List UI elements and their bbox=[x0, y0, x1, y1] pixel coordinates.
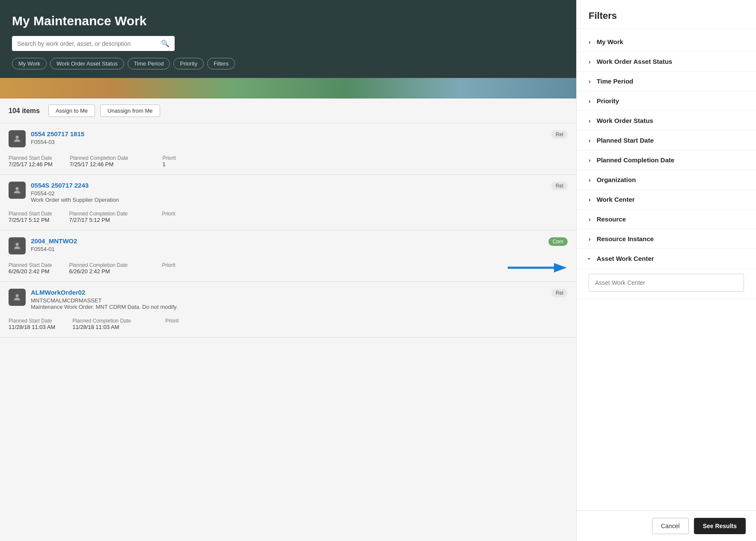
filter-label: Asset Work Center bbox=[597, 255, 654, 262]
filter-item-planned-start[interactable]: › Planned Start Date bbox=[577, 131, 756, 150]
planned-completion-value: 6/26/20 2:42 PM bbox=[69, 268, 128, 275]
work-item-title[interactable]: 2004_MNTWO2 bbox=[31, 237, 77, 245]
status-badge: Rel bbox=[551, 289, 568, 297]
unassign-from-me-button[interactable]: Unassign from Me bbox=[100, 105, 160, 117]
filter-item-work-center[interactable]: › Work Center bbox=[577, 190, 756, 209]
page-title: My Maintenance Work bbox=[12, 14, 564, 28]
chevron-right-icon: › bbox=[589, 78, 591, 85]
work-item-dates: Planned Start Date 7/25/17 5:12 PM Plann… bbox=[9, 211, 568, 223]
chevron-right-icon: › bbox=[589, 236, 591, 242]
filter-label: Planned Completion Date bbox=[597, 156, 675, 164]
filter-item-priority[interactable]: › Priority bbox=[577, 91, 756, 111]
planned-completion-value: 7/27/17 5:12 PM bbox=[69, 217, 128, 223]
filter-item-resource-instance[interactable]: › Resource Instance bbox=[577, 229, 756, 249]
svg-point-0 bbox=[15, 136, 18, 139]
table-row: ALMWorkOrder02 MNTSCMALMCDRMASSET Mainte… bbox=[0, 282, 576, 338]
filter-label: Work Center bbox=[597, 196, 635, 203]
chevron-right-icon: › bbox=[589, 216, 591, 223]
tab-priority[interactable]: Priority bbox=[173, 58, 203, 69]
filter-item-wo-status[interactable]: › Work Order Status bbox=[577, 111, 756, 131]
search-input[interactable] bbox=[17, 40, 161, 47]
filter-item-organization[interactable]: › Organization bbox=[577, 170, 756, 190]
planned-start-label: Planned Start Date bbox=[9, 318, 55, 324]
work-item-title[interactable]: ALMWorkOrder02 bbox=[31, 289, 85, 296]
filter-label: Priority bbox=[597, 97, 619, 105]
work-item-desc: Maintenance Work Order. MNT CDRM Data. D… bbox=[31, 304, 178, 310]
work-item-subtitle: MNTSCMALMCDRMASSET bbox=[31, 297, 178, 304]
filter-item-time-period[interactable]: › Time Period bbox=[577, 72, 756, 91]
search-bar[interactable]: 🔍 bbox=[12, 36, 175, 51]
status-badge: Com bbox=[548, 237, 568, 246]
priority-group: Priorit 1 bbox=[162, 155, 176, 167]
planned-start-value: 6/26/20 2:42 PM bbox=[9, 268, 52, 275]
filters-list: › My Work › Work Order Asset Status › Ti… bbox=[577, 29, 756, 511]
work-item-info: 2004_MNTWO2 F0554-01 bbox=[31, 237, 77, 252]
work-item-header: ALMWorkOrder02 MNTSCMALMCDRMASSET Mainte… bbox=[9, 289, 178, 310]
chevron-right-icon: › bbox=[589, 196, 591, 203]
filter-label: Planned Start Date bbox=[597, 137, 654, 144]
work-item-header: 0554 250717 1815 F0554-03 bbox=[9, 130, 84, 147]
filter-label: My Work bbox=[597, 38, 623, 45]
filters-footer: Cancel See Results bbox=[577, 511, 756, 541]
filter-tabs: My Work Work Order Asset Status Time Per… bbox=[12, 58, 564, 69]
search-icon: 🔍 bbox=[161, 39, 170, 48]
work-item-subtitle: F0554-01 bbox=[31, 246, 77, 252]
chevron-right-icon: › bbox=[589, 98, 591, 105]
chevron-right-icon: › bbox=[589, 157, 591, 164]
work-item-title[interactable]: 0554 250717 1815 bbox=[31, 130, 84, 137]
filters-header: Filters bbox=[577, 0, 756, 29]
planned-completion-value: 7/25/17 12:46 PM bbox=[70, 161, 128, 167]
work-item-info: ALMWorkOrder02 MNTSCMALMCDRMASSET Mainte… bbox=[31, 289, 178, 310]
work-item-info: 0554 250717 1815 F0554-03 bbox=[31, 130, 84, 145]
avatar bbox=[9, 182, 26, 199]
planned-completion-group: Planned Completion Date 7/25/17 12:46 PM bbox=[70, 155, 128, 167]
planned-completion-group: Planned Completion Date 6/26/20 2:42 PM bbox=[69, 262, 128, 275]
see-results-button[interactable]: See Results bbox=[694, 518, 746, 534]
priority-label: Priorit bbox=[162, 262, 175, 268]
tab-filters[interactable]: Filters bbox=[207, 58, 235, 69]
tab-wo-asset-status[interactable]: Work Order Asset Status bbox=[50, 58, 124, 69]
asset-work-center-expanded bbox=[577, 269, 756, 299]
avatar bbox=[9, 237, 26, 254]
filter-item-planned-completion[interactable]: › Planned Completion Date bbox=[577, 150, 756, 170]
planned-start-group: Planned Start Date 7/25/17 5:12 PM bbox=[9, 211, 52, 223]
planned-start-label: Planned Start Date bbox=[9, 211, 52, 217]
planned-start-value: 11/28/18 11:03 AM bbox=[9, 324, 55, 330]
table-row: 0554 250717 1815 F0554-03 Rel Planned St… bbox=[0, 123, 576, 175]
planned-completion-group: Planned Completion Date 11/28/18 11:03 A… bbox=[72, 318, 131, 330]
filter-item-wo-asset-status[interactable]: › Work Order Asset Status bbox=[577, 52, 756, 72]
tab-my-work[interactable]: My Work bbox=[12, 58, 47, 69]
planned-start-label: Planned Start Date bbox=[9, 262, 52, 268]
planned-completion-label: Planned Completion Date bbox=[70, 155, 128, 161]
filter-label: Work Order Asset Status bbox=[597, 58, 673, 65]
avatar bbox=[9, 130, 26, 147]
filter-item-asset-work-center[interactable]: › Asset Work Center bbox=[577, 249, 756, 269]
filters-title: Filters bbox=[589, 10, 744, 21]
priority-value: 1 bbox=[162, 161, 176, 167]
table-row: 0554S 250717 2243 F0554-02 Work Order wi… bbox=[0, 175, 576, 230]
asset-work-center-input[interactable] bbox=[589, 274, 744, 292]
work-item-subtitle: F0554-02 bbox=[31, 190, 119, 197]
work-item-dates: Planned Start Date 11/28/18 11:03 AM Pla… bbox=[9, 318, 568, 330]
work-item-title[interactable]: 0554S 250717 2243 bbox=[31, 182, 89, 189]
planned-start-group: Planned Start Date 11/28/18 11:03 AM bbox=[9, 318, 55, 330]
tab-time-period[interactable]: Time Period bbox=[128, 58, 170, 69]
planned-start-value: 7/25/17 5:12 PM bbox=[9, 217, 52, 223]
chevron-right-icon: › bbox=[589, 117, 591, 124]
work-item-info: 0554S 250717 2243 F0554-02 Work Order wi… bbox=[31, 182, 119, 203]
planned-start-value: 7/25/17 12:46 PM bbox=[9, 161, 53, 167]
filter-item-resource[interactable]: › Resource bbox=[577, 209, 756, 229]
left-panel: My Maintenance Work 🔍 My Work Work Order… bbox=[0, 0, 576, 541]
assign-to-me-button[interactable]: Assign to Me bbox=[48, 105, 95, 117]
work-item-header: 0554S 250717 2243 F0554-02 Work Order wi… bbox=[9, 182, 119, 203]
svg-point-1 bbox=[15, 187, 18, 190]
filter-item-my-work[interactable]: › My Work bbox=[577, 32, 756, 52]
status-badge: Rel bbox=[551, 182, 568, 190]
filter-label: Organization bbox=[597, 176, 636, 183]
priority-label: Priorit bbox=[165, 318, 179, 324]
header-section: My Maintenance Work 🔍 My Work Work Order… bbox=[0, 0, 576, 78]
chevron-right-icon: › bbox=[589, 137, 591, 144]
list-toolbar: 104 items Assign to Me Unassign from Me bbox=[0, 99, 576, 123]
cancel-button[interactable]: Cancel bbox=[652, 518, 689, 534]
filter-label: Work Order Status bbox=[597, 117, 653, 124]
